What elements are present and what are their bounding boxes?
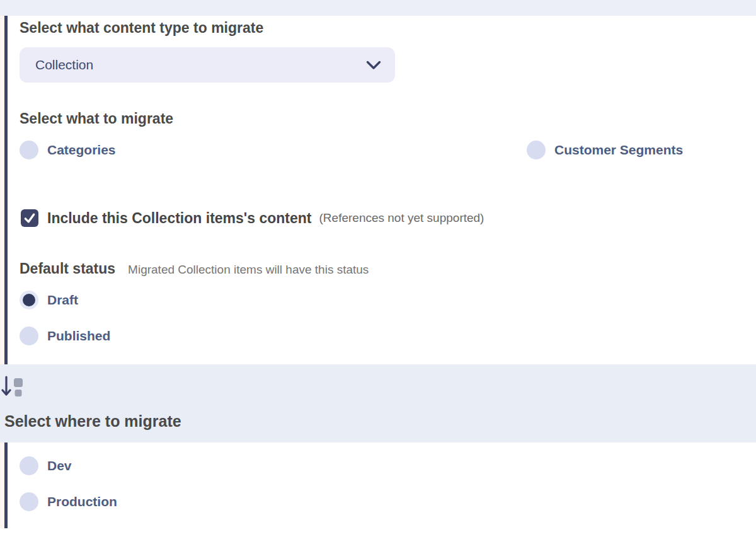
panel-accent-bar — [4, 443, 8, 528]
radio-label: Draft — [47, 292, 78, 308]
what-to-migrate-heading: Select what to migrate — [20, 110, 173, 127]
radio-circle-icon — [20, 327, 38, 345]
default-status-heading: Default status — [20, 260, 115, 277]
radio-label: Categories — [47, 142, 116, 158]
migrate-destination-panel: Dev Production — [0, 443, 756, 528]
radio-production[interactable]: Production — [20, 492, 117, 511]
content-type-dropdown[interactable]: Collection — [20, 47, 395, 83]
move-down-icon — [1, 374, 24, 400]
migrate-direction-band: Select where to migrate — [0, 364, 756, 443]
radio-circle-icon — [527, 141, 546, 159]
radio-draft[interactable]: Draft — [20, 291, 78, 310]
chevron-down-icon — [366, 61, 381, 70]
panel-accent-bar — [4, 4, 8, 364]
radio-dev[interactable]: Dev — [20, 456, 72, 475]
checkmark-icon — [23, 212, 36, 224]
radio-circle-selected-icon — [20, 291, 38, 310]
include-content-note: (References not yet supported) — [319, 211, 484, 225]
radio-label: Published — [47, 328, 110, 344]
bottom-strip — [0, 0, 756, 16]
radio-published[interactable]: Published — [20, 327, 110, 345]
content-type-heading: Select what content type to migrate — [20, 19, 263, 37]
migration-form: Select what content type to migrate Coll… — [0, 0, 756, 544]
radio-label: Production — [47, 494, 117, 509]
include-content-label: Include this Collection items's content — [47, 210, 312, 227]
radio-circle-icon — [20, 456, 38, 475]
where-to-migrate-heading: Select where to migrate — [4, 412, 181, 431]
left-margin — [0, 443, 4, 528]
radio-circle-icon — [20, 141, 38, 159]
checkbox-checked-icon — [21, 209, 38, 227]
default-status-subtitle: Migrated Collection items will have this… — [128, 263, 369, 277]
radio-label: Dev — [47, 458, 72, 473]
radio-categories[interactable]: Categories — [20, 141, 116, 159]
default-status-row: Default status Migrated Collection items… — [20, 260, 369, 277]
migrate-source-panel: Select what content type to migrate Coll… — [0, 4, 756, 364]
left-margin — [0, 4, 4, 364]
radio-customer-segments[interactable]: Customer Segments — [527, 141, 683, 159]
include-content-checkbox[interactable]: Include this Collection items's content … — [21, 209, 484, 228]
content-type-dropdown-value: Collection — [35, 57, 366, 72]
radio-circle-icon — [20, 492, 38, 511]
radio-label: Customer Segments — [554, 142, 683, 158]
